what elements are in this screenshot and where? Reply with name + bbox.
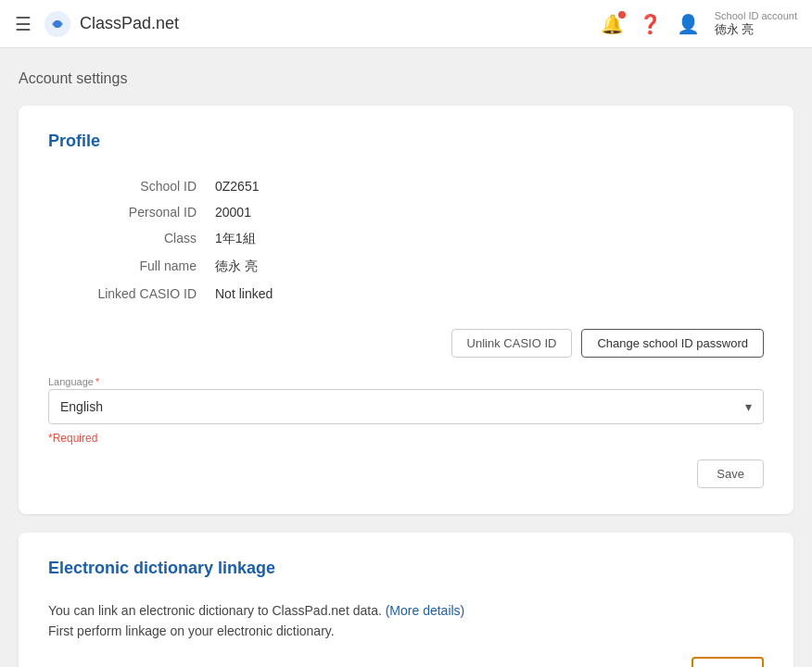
notification-button[interactable]: 🔔	[601, 13, 624, 35]
user-display-name: 徳永 亮	[715, 22, 797, 37]
header-right: 🔔 ❓ 👤 School ID account 徳永 亮	[601, 10, 797, 37]
language-select-wrapper: English 日本語 中文 한국어 ▾	[48, 389, 764, 424]
dictionary-card-title: Electronic dictionary linkage	[48, 559, 764, 578]
profile-card: Profile School ID 0Z2651 Personal ID 200…	[19, 106, 793, 514]
help-icon[interactable]: ❓	[639, 13, 662, 35]
language-select[interactable]: English 日本語 中文 한국어	[49, 390, 763, 423]
dictionary-card: Electronic dictionary linkage You can li…	[19, 533, 793, 667]
logo-area: ClassPad.net	[43, 9, 179, 39]
personal-id-value: 20001	[215, 205, 251, 220]
table-row: Full name 徳永 亮	[48, 253, 764, 281]
full-name-label: Full name	[48, 258, 215, 275]
page-content: Account settings Profile School ID 0Z265…	[0, 48, 812, 667]
language-label-text: Language	[48, 376, 94, 387]
linked-casio-id-value: Not linked	[215, 286, 273, 301]
table-row: Personal ID 20001	[48, 199, 764, 225]
school-id-label: School ID	[48, 179, 215, 194]
header-left: ☰ ClassPad.net	[15, 9, 179, 39]
profile-table: School ID 0Z2651 Personal ID 20001 Class…	[48, 173, 764, 307]
classpad-logo	[43, 9, 72, 39]
user-account-label: School ID account	[715, 10, 797, 22]
required-star: *	[95, 376, 99, 387]
user-info: School ID account 徳永 亮	[715, 10, 797, 37]
language-field-label: Language *	[48, 376, 764, 387]
language-form-group: Language * English 日本語 中文 한국어 ▾	[48, 376, 764, 424]
hamburger-icon[interactable]: ☰	[15, 13, 32, 35]
save-row: Save	[48, 459, 764, 488]
profile-action-buttons: Unlink CASIO ID Change school ID passwor…	[48, 329, 764, 358]
svg-point-1	[54, 20, 61, 28]
dictionary-description: You can link an electronic dictionary to…	[48, 600, 764, 642]
dict-desc-part2: First perform linkage on your electronic…	[48, 623, 335, 638]
school-id-value: 0Z2651	[215, 179, 259, 194]
table-row: Class 1年1組	[48, 225, 764, 253]
app-header: ☰ ClassPad.net 🔔 ❓ 👤 School ID account 徳…	[0, 0, 812, 48]
required-note: *Required	[48, 432, 764, 445]
page-title: Account settings	[19, 70, 793, 87]
profile-card-title: Profile	[48, 132, 764, 151]
user-icon[interactable]: 👤	[677, 13, 700, 35]
start-button[interactable]: Start	[691, 657, 764, 667]
notification-dot	[618, 11, 626, 19]
app-name: ClassPad.net	[80, 14, 179, 33]
more-details-link[interactable]: (More details)	[386, 603, 465, 618]
save-button[interactable]: Save	[697, 459, 764, 488]
table-row: School ID 0Z2651	[48, 173, 764, 199]
dict-desc-part1: You can link an electronic dictionary to…	[48, 603, 382, 618]
full-name-value: 徳永 亮	[215, 258, 258, 275]
personal-id-label: Personal ID	[48, 205, 215, 220]
table-row: Linked CASIO ID Not linked	[48, 281, 764, 307]
start-row: Start	[48, 657, 764, 667]
class-value: 1年1組	[215, 231, 256, 247]
change-school-id-password-button[interactable]: Change school ID password	[581, 329, 764, 358]
user-area[interactable]: School ID account 徳永 亮	[715, 10, 797, 37]
linked-casio-id-label: Linked CASIO ID	[48, 286, 215, 301]
class-label: Class	[48, 231, 215, 247]
unlink-casio-id-button[interactable]: Unlink CASIO ID	[451, 329, 573, 358]
